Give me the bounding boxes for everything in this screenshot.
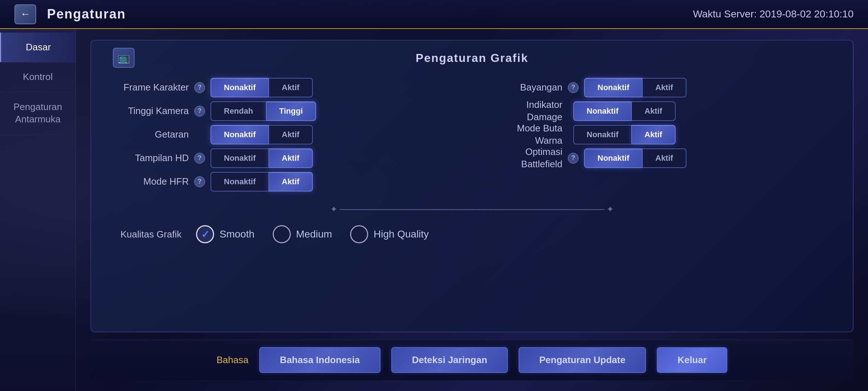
frame-karakter-label: Frame Karakter bbox=[109, 82, 189, 93]
frame-karakter-help[interactable]: ? bbox=[194, 82, 205, 93]
setting-row-optimasi-battlefield: OptimasiBattlefield ? Nonaktif Aktif bbox=[483, 146, 835, 170]
quality-section: Kualitas Grafik ✓ Smooth Medium bbox=[109, 218, 835, 243]
settings-right-column: Bayangan ? Nonaktif Aktif IndikatorDamag… bbox=[483, 76, 835, 193]
optimasi-battlefield-nonaktif-btn[interactable]: Nonaktif bbox=[584, 148, 642, 168]
high-quality-radio[interactable] bbox=[350, 225, 368, 243]
quality-label: Kualitas Grafik bbox=[109, 229, 182, 240]
optimasi-battlefield-toggle: Nonaktif Aktif bbox=[584, 148, 686, 168]
quality-option-smooth[interactable]: ✓ Smooth bbox=[196, 225, 255, 243]
setting-row-frame-karakter: Frame Karakter ? Nonaktif Aktif bbox=[109, 76, 461, 99]
mode-buta-warna-toggle: Nonaktif Aktif bbox=[573, 125, 676, 144]
smooth-radio[interactable]: ✓ bbox=[196, 225, 214, 243]
optimasi-battlefield-label: OptimasiBattlefield bbox=[483, 146, 562, 171]
header-left: ← Pengaturan bbox=[14, 4, 126, 24]
mode-hfr-toggle: Nonaktif Aktif bbox=[210, 172, 313, 192]
back-button[interactable]: ← bbox=[14, 4, 36, 24]
keluar-button[interactable]: Keluar bbox=[657, 347, 727, 373]
optimasi-battlefield-aktif-btn[interactable]: Aktif bbox=[642, 148, 686, 168]
getaran-nonaktif-btn[interactable]: Nonaktif bbox=[210, 125, 269, 144]
tampilan-hd-help[interactable]: ? bbox=[194, 153, 205, 164]
getaran-toggle: Nonaktif Aktif bbox=[210, 125, 313, 144]
tampilan-hd-label: Tampilan HD bbox=[109, 152, 189, 164]
smooth-label: Smooth bbox=[220, 228, 255, 240]
tinggi-kamera-tinggi-btn[interactable]: Tinggi bbox=[266, 101, 316, 121]
bayangan-label: Bayangan bbox=[483, 82, 562, 93]
medium-radio[interactable] bbox=[273, 225, 291, 243]
pengaturan-update-button[interactable]: Pengaturan Update bbox=[519, 347, 646, 373]
sidebar-item-pengaturan-antarmuka[interactable]: PengaturanAntarmuka bbox=[0, 92, 76, 135]
settings-left-column: Frame Karakter ? Nonaktif Aktif Tinggi K… bbox=[109, 76, 461, 193]
tinggi-kamera-label: Tinggi Kamera bbox=[109, 105, 189, 117]
mode-hfr-help[interactable]: ? bbox=[194, 176, 205, 187]
tinggi-kamera-help[interactable]: ? bbox=[194, 106, 205, 117]
getaran-aktif-btn[interactable]: Aktif bbox=[269, 125, 313, 144]
sidebar-item-kontrol[interactable]: Kontrol bbox=[0, 62, 76, 92]
mode-buta-warna-nonaktif-btn[interactable]: Nonaktif bbox=[573, 125, 631, 144]
bottom-bar: Bahasa Bahasa Indonesia Deteksi Jaringan… bbox=[90, 340, 854, 380]
page-title: Pengaturan bbox=[47, 7, 126, 22]
indikator-damage-aktif-btn[interactable]: Aktif bbox=[631, 101, 676, 121]
lang-label: Bahasa bbox=[217, 354, 248, 366]
setting-row-getaran: Getaran Nonaktif Aktif bbox=[109, 123, 461, 146]
high-quality-label: High Quality bbox=[374, 228, 429, 240]
frame-karakter-toggle: Nonaktif Aktif bbox=[210, 78, 313, 97]
frame-karakter-aktif-btn[interactable]: Aktif bbox=[269, 78, 313, 97]
bayangan-toggle: Nonaktif Aktif bbox=[584, 78, 686, 97]
frame-karakter-nonaktif-btn[interactable]: Nonaktif bbox=[210, 78, 269, 97]
mode-hfr-label: Mode HFR bbox=[109, 176, 189, 187]
deteksi-jaringan-button[interactable]: Deteksi Jaringan bbox=[391, 347, 508, 373]
setting-row-tampilan-hd: Tampilan HD ? Nonaktif Aktif bbox=[109, 146, 461, 170]
indikator-damage-label: IndikatorDamage bbox=[483, 99, 562, 123]
main-layout: Dasar Kontrol PengaturanAntarmuka 📺 Peng… bbox=[0, 29, 868, 391]
setting-row-mode-buta-warna: Mode ButaWarna Nonaktif Aktif bbox=[483, 123, 835, 146]
back-icon: ← bbox=[20, 8, 30, 20]
sidebar-item-dasar[interactable]: Dasar bbox=[0, 33, 76, 62]
indikator-damage-toggle: Nonaktif Aktif bbox=[573, 101, 676, 121]
panel-divider: ✦ ──────────────────────────────────────… bbox=[109, 204, 835, 214]
quality-options: ✓ Smooth Medium High Quality bbox=[196, 225, 429, 243]
bayangan-help[interactable]: ? bbox=[568, 82, 579, 93]
setting-row-tinggi-kamera: Tinggi Kamera ? Rendah Tinggi bbox=[109, 99, 461, 123]
indikator-damage-nonaktif-btn[interactable]: Nonaktif bbox=[573, 101, 631, 121]
panel-title: Pengaturan Grafik bbox=[109, 51, 835, 65]
server-time: Waktu Server: 2019-08-02 20:10:10 bbox=[693, 8, 854, 20]
mode-buta-warna-aktif-btn[interactable]: Aktif bbox=[631, 125, 676, 144]
mode-hfr-nonaktif-btn[interactable]: Nonaktif bbox=[210, 172, 269, 192]
medium-label: Medium bbox=[296, 228, 332, 240]
quality-option-high-quality[interactable]: High Quality bbox=[350, 225, 429, 243]
mode-buta-warna-label: Mode ButaWarna bbox=[483, 122, 562, 147]
bahasa-indonesia-button[interactable]: Bahasa Indonesia bbox=[259, 347, 380, 373]
setting-row-bayangan: Bayangan ? Nonaktif Aktif bbox=[483, 76, 835, 99]
tampilan-hd-nonaktif-btn[interactable]: Nonaktif bbox=[210, 148, 269, 168]
quality-option-medium[interactable]: Medium bbox=[273, 225, 332, 243]
bayangan-nonaktif-btn[interactable]: Nonaktif bbox=[584, 78, 642, 97]
graphics-settings-panel: 📺 Pengaturan Grafik Frame Karakter ? Non… bbox=[90, 40, 854, 332]
tampilan-hd-toggle: Nonaktif Aktif bbox=[210, 148, 313, 168]
settings-grid: Frame Karakter ? Nonaktif Aktif Tinggi K… bbox=[109, 76, 835, 193]
mode-hfr-aktif-btn[interactable]: Aktif bbox=[269, 172, 313, 192]
sidebar: Dasar Kontrol PengaturanAntarmuka bbox=[0, 29, 76, 391]
tinggi-kamera-rendah-btn[interactable]: Rendah bbox=[210, 101, 266, 121]
getaran-label: Getaran bbox=[109, 129, 189, 140]
header: ← Pengaturan Waktu Server: 2019-08-02 20… bbox=[0, 0, 868, 29]
tampilan-hd-aktif-btn[interactable]: Aktif bbox=[269, 148, 313, 168]
tinggi-kamera-toggle: Rendah Tinggi bbox=[210, 101, 316, 121]
setting-row-indikator-damage: IndikatorDamage Nonaktif Aktif bbox=[483, 99, 835, 123]
content-area: 📺 Pengaturan Grafik Frame Karakter ? Non… bbox=[76, 29, 868, 391]
smooth-checkmark: ✓ bbox=[201, 228, 209, 240]
setting-row-mode-hfr: Mode HFR ? Nonaktif Aktif bbox=[109, 170, 461, 193]
graphics-icon: 📺 bbox=[113, 48, 135, 68]
bayangan-aktif-btn[interactable]: Aktif bbox=[642, 78, 686, 97]
optimasi-battlefield-help[interactable]: ? bbox=[568, 153, 579, 164]
